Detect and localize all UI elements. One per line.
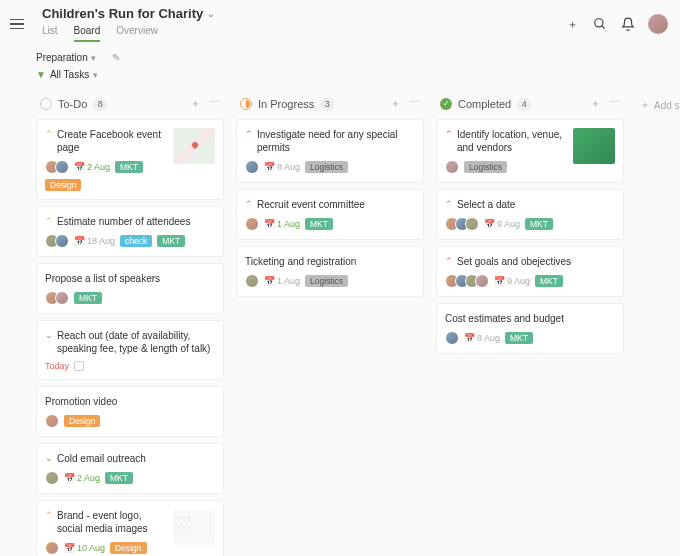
assignee-avatar	[445, 331, 459, 345]
more-icon[interactable]: ⋯	[609, 96, 620, 111]
assignees	[45, 471, 59, 485]
status-icon-progress	[240, 98, 252, 110]
due-date: 📅9 Aug	[484, 219, 520, 229]
calendar-icon: 📅	[264, 276, 275, 286]
assignee-avatar	[55, 160, 69, 174]
task-card[interactable]: ⌃Set goals and obejectives📅9 AugMKT	[436, 246, 624, 297]
add-card-icon[interactable]: ＋	[190, 96, 201, 111]
title-text: Children's Run for Charity	[42, 6, 203, 21]
priority-down-icon: ⌄	[45, 330, 53, 340]
priority-up-icon: ⌃	[45, 216, 53, 226]
task-card[interactable]: ⌃Investigate need for any special permit…	[236, 119, 424, 183]
tag-mkt: MKT	[74, 292, 102, 304]
add-icon[interactable]: ＋	[564, 16, 580, 32]
tag-mkt: MKT	[305, 218, 333, 230]
filter-row: ▼ All Tasks ▾	[0, 69, 680, 90]
card-title: Investigate need for any special permits	[257, 128, 415, 154]
due-date: 📅18 Aug	[74, 236, 115, 246]
more-icon[interactable]: ⋯	[409, 96, 420, 111]
column-count: 3	[320, 97, 334, 111]
due-date: Today	[45, 361, 69, 371]
card-title: Reach out (date of availability, speakin…	[57, 329, 215, 355]
column-completed: ✓ Completed 4 ＋ ⋯ ⌃Identify location, ve…	[436, 90, 624, 360]
svg-point-0	[595, 19, 603, 27]
card-title: Promotion video	[45, 395, 215, 408]
calendar-icon: 📅	[64, 543, 75, 553]
user-avatar[interactable]	[648, 14, 668, 34]
pencil-icon[interactable]: ✎	[112, 52, 120, 63]
card-title: Create Facebook event page	[57, 128, 169, 154]
title-area: Children's Run for Charity ⌄ List Board …	[42, 6, 564, 42]
assignee-avatar	[475, 274, 489, 288]
task-card[interactable]: ⌃Create Facebook event page📅2 AugMKTDesi…	[36, 119, 224, 200]
calendar-icon: 📅	[264, 219, 275, 229]
assignees	[245, 160, 259, 174]
task-card[interactable]: ⌃Identify location, venue, and vendorsLo…	[436, 119, 624, 183]
assignee-avatar	[245, 274, 259, 288]
due-date: 📅8 Aug	[264, 162, 300, 172]
task-card[interactable]: Cost estimates and budget📅8 AugMKT	[436, 303, 624, 354]
filter-label[interactable]: All Tasks	[50, 69, 89, 80]
tag-mkt: MKT	[157, 235, 185, 247]
due-date: 📅10 Aug	[64, 543, 105, 553]
task-card[interactable]: Propose a list of speakersMKT	[36, 263, 224, 314]
tab-board[interactable]: Board	[74, 25, 101, 42]
task-card[interactable]: ⌃Recruit event committee📅1 AugMKT	[236, 189, 424, 240]
priority-high-icon: ⌃	[245, 199, 253, 209]
status-icon-done: ✓	[440, 98, 452, 110]
due-date: 📅2 Aug	[64, 473, 100, 483]
tab-overview[interactable]: Overview	[116, 25, 158, 42]
calendar-icon: 📅	[464, 333, 475, 343]
priority-up-icon: ⌃	[45, 510, 53, 520]
priority-high-icon: ⌃	[445, 199, 453, 209]
task-card[interactable]: ⌄Cold email outreach📅2 AugMKT	[36, 443, 224, 494]
assignees	[445, 160, 459, 174]
task-card[interactable]: Ticketing and registration📅1 AugLogistic…	[236, 246, 424, 297]
card-title: Cost estimates and budget	[445, 312, 615, 325]
tag-mkt: MKT	[115, 161, 143, 173]
add-card-icon[interactable]: ＋	[590, 96, 601, 111]
search-icon[interactable]	[592, 16, 608, 32]
task-card[interactable]: ⌃Estimate number of attendees📅18 Augchec…	[36, 206, 224, 257]
assignee-avatar	[465, 217, 479, 231]
chevron-down-icon: ▾	[91, 53, 96, 63]
priority-high-icon: ⌃	[445, 129, 453, 139]
tag-check: check	[120, 235, 152, 247]
priority-high-icon: ⌃	[245, 129, 253, 139]
card-title: Recruit event committee	[257, 198, 415, 211]
card-title: Estimate number of attendees	[57, 215, 215, 228]
funnel-icon: ▼	[36, 69, 46, 80]
card-thumbnail	[173, 128, 215, 164]
column-header: In Progress 3 ＋ ⋯	[236, 90, 424, 119]
column-count: 8	[93, 97, 107, 111]
assignees	[445, 274, 489, 288]
view-selector[interactable]: Preparation ▾	[36, 52, 96, 63]
add-card-icon[interactable]: ＋	[390, 96, 401, 111]
due-date: 📅1 Aug	[264, 219, 300, 229]
assignees	[245, 274, 259, 288]
bell-icon[interactable]	[620, 16, 636, 32]
svg-line-1	[602, 26, 605, 29]
task-card[interactable]: Promotion videoDesign	[36, 386, 224, 437]
task-card[interactable]: ⌄Reach out (date of availability, speaki…	[36, 320, 224, 380]
tab-list[interactable]: List	[42, 25, 58, 42]
card-title: Cold email outreach	[57, 452, 215, 465]
calendar-icon: 📅	[484, 219, 495, 229]
calendar-icon: 📅	[74, 162, 85, 172]
tag-logistics: Logistics	[305, 161, 348, 173]
kanban-board: To-Do 8 ＋ ⋯ ⌃Create Facebook event page📅…	[0, 90, 680, 556]
add-stage-button[interactable]: ＋ Add sta	[636, 90, 680, 120]
card-title: Set goals and obejectives	[457, 255, 615, 268]
due-date: 📅1 Aug	[264, 276, 300, 286]
more-icon[interactable]: ⋯	[209, 96, 220, 111]
calendar-icon: 📅	[64, 473, 75, 483]
task-card[interactable]: ⌃Select a date📅9 AugMKT	[436, 189, 624, 240]
assignee-avatar	[45, 541, 59, 555]
assignee-avatar	[55, 234, 69, 248]
task-card[interactable]: ⌃Brand - event logo, social media images…	[36, 500, 224, 556]
tag-logistics: Logistics	[464, 161, 507, 173]
hamburger-icon[interactable]	[10, 15, 28, 33]
assignees	[45, 414, 59, 428]
calendar-icon: 📅	[74, 236, 85, 246]
page-title[interactable]: Children's Run for Charity ⌄	[42, 6, 564, 21]
